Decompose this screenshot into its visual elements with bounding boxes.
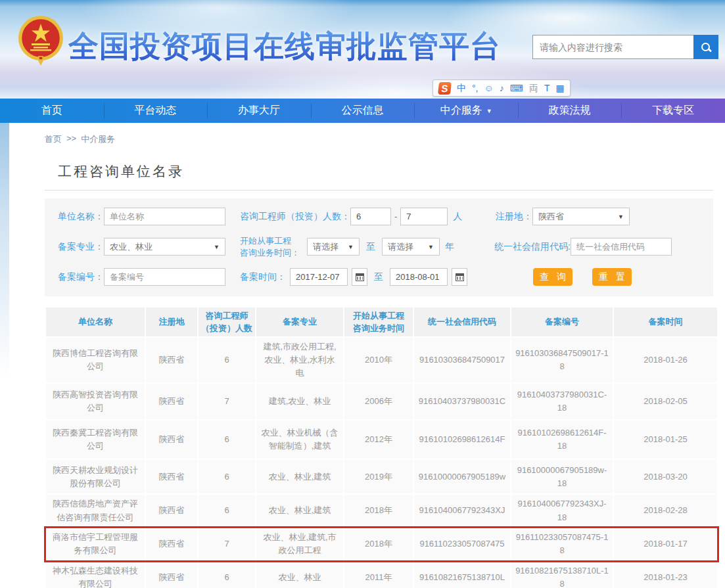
range-dash: - [394,212,397,221]
breadcrumb: 首页 >> 中介服务 [45,123,725,145]
nav-item-service-hall[interactable]: 办事大厅 [207,99,311,123]
start-time-label: 开始从事工程 咨询业务时间： [240,235,303,258]
start-year-to-select[interactable]: 请选择 ▼ [382,238,440,256]
cell-credit-code: 91610102698612614F [414,420,510,459]
cell-credit-code: 91610821675138710L [414,562,510,588]
chevron-down-icon: ▼ [618,214,624,220]
chinese-mode-icon[interactable]: 中 [457,83,466,93]
cell-start-time: 2018年 [344,528,413,560]
table-row[interactable]: 神木弘森生态建设科技有限公司 陕西省 6 农业、林业 2011年 9161082… [46,562,717,588]
site-title: 全国投资项目在线审批监管平台 [68,26,501,67]
col-specialty: 备案专业 [256,307,343,336]
cell-record-number: 91610821675138710L-18 [511,562,613,588]
record-time-to-input[interactable] [390,268,448,286]
table-row[interactable]: 陕西博信工程咨询有限公司 陕西省 6 建筑,市政公用工程,农业、林业,水利水电 … [46,338,717,382]
nav-item-downloads[interactable]: 下载专区 [621,99,725,123]
cell-record-time: 2018-01-17 [614,528,717,560]
engineer-count-min-input[interactable] [350,208,391,225]
page-title-block: 工程咨询单位名录 [45,162,713,191]
cell-start-time: 2006年 [344,384,413,419]
calendar-from-button[interactable] [352,268,367,286]
cell-record-time: 2018-01-25 [614,420,717,459]
cell-record-number: 9161040067792343XJ-18 [511,495,613,526]
site-search [532,35,718,59]
page-background: 首页 >> 中介服务 工程咨询单位名录 单位名称： 咨询工程师（投资）人数： -… [0,123,725,588]
cell-credit-code: 91610000067905189w [414,460,510,493]
breadcrumb-home[interactable]: 首页 [45,133,62,145]
phrase-icon[interactable]: 両 [529,83,538,93]
cell-specialty: 建筑,农业、林业 [256,384,343,419]
record-time-from-input[interactable] [290,268,348,286]
cell-record-number: 916110233057087475-18 [511,528,613,560]
filter-row-1: 单位名称： 咨询工程师（投资）人数： - 人 注册地： 陕西省 ▼ [58,208,713,225]
cell-engineer-count: 6 [199,495,255,526]
cell-unit-name: 神木弘森生态建设科技有限公司 [46,562,145,588]
punctuation-icon[interactable]: °, [472,83,479,93]
registration-place-select[interactable]: 陕西省 ▼ [532,208,630,225]
table-body: 陕西博信工程咨询有限公司 陕西省 6 建筑,市政公用工程,农业、林业,水利水电 … [46,338,717,588]
emoji-icon[interactable]: ☺ [484,83,494,93]
start-time-unit: 年 [445,241,454,253]
table-row[interactable]: 陕西秦冀工程咨询有限公司 陕西省 6 农业、林业机械（含智能制造）,建筑 201… [46,420,717,459]
table-row[interactable]: 商洛市信宇工程管理服务有限公司 陕西省 7 农业、林业,建筑,市政公用工程 20… [46,528,717,560]
record-time-to-label: 至 [374,271,383,283]
table-row[interactable]: 陕西天耕农业规划设计股份有限公司 陕西省 6 农业、林业,建筑 2019年 91… [46,460,717,493]
credit-code-input[interactable] [571,238,672,256]
engineer-count-max-input[interactable] [400,208,448,225]
cell-record-time: 2018-02-28 [614,495,717,526]
search-icon [701,43,711,52]
cell-record-time: 2018-03-20 [614,460,717,493]
search-input[interactable] [532,35,693,59]
cell-unit-name: 陕西高智投资咨询有限公司 [46,384,145,419]
keyboard-icon[interactable]: ⌨ [510,83,523,93]
cell-registration-place: 陕西省 [146,562,197,588]
cell-registration-place: 陕西省 [146,528,197,560]
cell-registration-place: 陕西省 [146,495,197,526]
unit-name-label: 单位名称： [58,211,104,223]
unit-name-input[interactable] [104,208,225,225]
calendar-to-button[interactable] [452,268,467,286]
cell-record-number: 91610102698612614F-18 [511,420,613,459]
cell-record-number: 916103036847509017-18 [511,338,613,382]
col-registration-place: 注册地 [146,307,197,336]
filter-row-2: 备案专业： 农业、林业 ▼ 开始从事工程 咨询业务时间： 请选择 ▼ 至 请选择… [58,238,713,256]
cell-start-time: 2010年 [344,338,413,382]
query-button[interactable]: 查 询 [533,268,573,286]
calendar-icon [456,273,464,281]
cell-engineer-count: 6 [199,420,255,459]
cell-specialty: 农业、林业,建筑 [256,495,343,526]
cell-record-number: 91610000067905189w-18 [511,460,613,493]
nav-item-policies[interactable]: 政策法规 [518,99,622,123]
site-banner: 全国投资项目在线审批监管平台 S 中 °, ☺ ♪ ⌨ 両 T ▦ [0,0,725,99]
cell-start-time: 2018年 [344,495,413,526]
nav-item-public-info[interactable]: 公示信息 [311,99,415,123]
cell-specialty: 建筑,市政公用工程,农业、林业,水利水电 [256,338,343,382]
table-row[interactable]: 陕西信德房地产资产评估咨询有限责任公司 陕西省 6 农业、林业,建筑 2018年… [46,495,717,526]
col-record-number: 备案编号 [511,307,613,336]
sogou-logo-icon[interactable]: S [438,82,452,95]
nav-item-home[interactable]: 首页 [0,99,104,123]
engineer-count-unit: 人 [453,211,462,223]
nav-item-intermediary-service[interactable]: 中介服务 ▼ [414,99,518,123]
microphone-icon[interactable]: ♪ [500,83,504,93]
nav-item-platform-news[interactable]: 平台动态 [104,99,208,123]
specialty-label: 备案专业： [58,241,104,253]
record-number-input[interactable] [104,268,225,286]
breadcrumb-separator: >> [66,133,76,145]
cell-start-time: 2012年 [344,420,413,459]
specialty-select[interactable]: 农业、林业 ▼ [104,238,225,256]
cell-credit-code: 9161040067792343XJ [414,495,510,526]
toolbox-icon[interactable]: ▦ [556,83,565,93]
reset-button[interactable]: 重 置 [592,268,632,286]
cell-specialty: 农业、林业,建筑 [256,460,343,493]
skin-icon[interactable]: T [544,83,550,93]
table-row[interactable]: 陕西高智投资咨询有限公司 陕西省 7 建筑,农业、林业 2006年 916104… [46,384,717,419]
search-button[interactable] [693,35,718,59]
cell-start-time: 2011年 [344,562,413,588]
breadcrumb-current[interactable]: 中介服务 [81,133,115,145]
cell-engineer-count: 6 [199,562,255,588]
calendar-icon [356,273,364,281]
ime-toolbar: S 中 °, ☺ ♪ ⌨ 両 T ▦ [433,79,571,97]
start-year-from-select[interactable]: 请选择 ▼ [307,238,360,256]
cell-unit-name: 陕西天耕农业规划设计股份有限公司 [46,460,145,493]
